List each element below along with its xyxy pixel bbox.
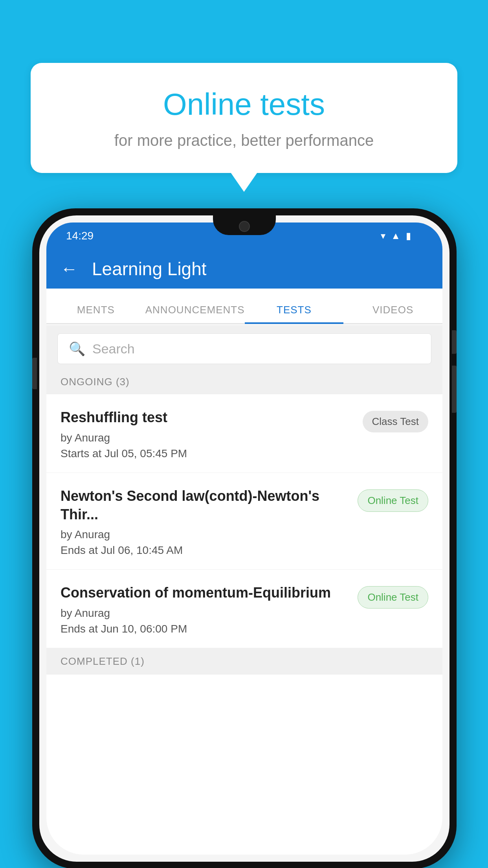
test-badge-2: Online Test xyxy=(358,489,428,512)
test-item-1[interactable]: Reshuffling test by Anurag Starts at Jul… xyxy=(46,394,442,473)
test-list: Reshuffling test by Anurag Starts at Jul… xyxy=(46,394,442,855)
power-button-bottom xyxy=(452,366,457,413)
tab-videos[interactable]: VIDEOS xyxy=(343,304,442,323)
search-box[interactable]: 🔍 Search xyxy=(57,333,431,364)
test-author-2: by Anurag xyxy=(61,528,350,541)
app-title: Learning Light xyxy=(92,258,207,280)
front-camera xyxy=(239,221,250,232)
test-time-3: Ends at Jun 10, 06:00 PM xyxy=(61,623,350,635)
tab-tests[interactable]: TESTS xyxy=(245,304,344,323)
test-item-3[interactable]: Conservation of momentum-Equilibrium by … xyxy=(46,570,442,648)
volume-button xyxy=(32,358,37,389)
search-placeholder: Search xyxy=(92,341,135,357)
section-completed-header: COMPLETED (1) xyxy=(46,648,442,675)
test-badge-3: Online Test xyxy=(358,586,428,609)
test-name-1: Reshuffling test xyxy=(61,408,355,427)
test-time-2: Ends at Jul 06, 10:45 AM xyxy=(61,544,350,557)
search-icon: 🔍 xyxy=(69,341,85,357)
battery-icon: ▮ xyxy=(406,230,411,241)
test-badge-1: Class Test xyxy=(363,411,428,432)
bubble-subtitle: for more practice, better performance xyxy=(50,132,438,149)
status-time: 14:29 xyxy=(66,230,94,242)
phone-frame: 14:29 ▾ ▲ ▮ ← Learning Light MENTS ANNOU… xyxy=(32,208,457,868)
test-info-2: Newton's Second law(contd)-Newton's Thir… xyxy=(61,487,358,557)
wifi-icon: ▾ xyxy=(381,230,385,241)
tab-announcements[interactable]: ANNOUNCEMENTS xyxy=(145,304,245,323)
app-bar: ← Learning Light xyxy=(46,249,442,289)
section-completed-label: COMPLETED (1) xyxy=(61,655,145,667)
search-container: 🔍 Search xyxy=(46,326,442,372)
section-ongoing-label: ONGOING (3) xyxy=(61,376,130,388)
test-info-1: Reshuffling test by Anurag Starts at Jul… xyxy=(61,408,363,460)
status-icons: ▾ ▲ ▮ xyxy=(381,230,423,241)
test-name-3: Conservation of momentum-Equilibrium xyxy=(61,584,350,602)
signal-icon: ▲ xyxy=(391,230,400,241)
test-author-1: by Anurag xyxy=(61,432,355,444)
test-item-2[interactable]: Newton's Second law(contd)-Newton's Thir… xyxy=(46,473,442,570)
phone-notch xyxy=(213,215,276,235)
test-time-1: Starts at Jul 05, 05:45 PM xyxy=(61,447,355,460)
back-button[interactable]: ← xyxy=(61,259,78,279)
phone-screen: 14:29 ▾ ▲ ▮ ← Learning Light MENTS ANNOU… xyxy=(39,215,449,862)
test-author-3: by Anurag xyxy=(61,607,350,620)
tab-ments[interactable]: MENTS xyxy=(46,304,145,323)
tab-bar: MENTS ANNOUNCEMENTS TESTS VIDEOS xyxy=(46,289,442,324)
test-name-2: Newton's Second law(contd)-Newton's Thir… xyxy=(61,487,350,524)
test-info-3: Conservation of momentum-Equilibrium by … xyxy=(61,584,358,635)
power-button-top xyxy=(452,330,457,354)
bubble-title: Online tests xyxy=(50,86,438,122)
speech-bubble: Online tests for more practice, better p… xyxy=(31,63,457,173)
section-ongoing-header: ONGOING (3) xyxy=(46,369,442,395)
